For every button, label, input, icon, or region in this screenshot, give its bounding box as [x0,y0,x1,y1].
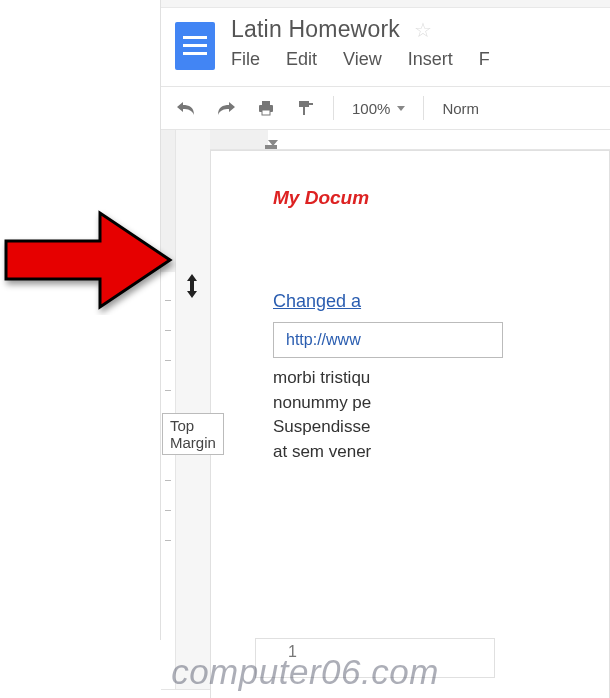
docs-logo[interactable] [171,16,219,76]
print-button[interactable] [249,93,283,123]
red-arrow-indicator [0,205,176,319]
work-area: Top Margin My Docum Changed a http://www… [161,130,610,690]
watermark: computer06.com [0,652,610,692]
redo-button[interactable] [209,93,243,123]
menu-edit[interactable]: Edit [286,49,317,70]
body-line: at sem vener [273,440,609,465]
toolbar-separator [423,96,424,120]
docs-icon [175,22,215,70]
svg-rect-3 [262,110,270,115]
canvas[interactable]: My Docum Changed a http://www morbi tris… [176,130,610,689]
undo-button[interactable] [169,93,203,123]
svg-rect-5 [309,103,313,105]
menu-insert[interactable]: Insert [408,49,453,70]
tooltip-text: Top Margin [170,417,216,451]
menu-bar: File Edit View Insert F [231,49,600,70]
url-field[interactable]: http://www [273,322,503,358]
header: Latin Homework ☆ File Edit View Insert F [161,8,610,76]
chevron-down-icon [397,106,405,111]
zoom-value: 100% [352,100,390,117]
document-title[interactable]: Latin Homework [231,16,400,43]
star-icon[interactable]: ☆ [414,18,432,42]
toolbar-separator [333,96,334,120]
menu-file[interactable]: File [231,49,260,70]
svg-rect-6 [303,107,305,115]
page-heading: Changed a [273,291,609,312]
browser-strip [161,0,610,8]
style-select[interactable]: Norm [434,96,487,121]
horizontal-ruler[interactable] [210,130,610,150]
document-page[interactable]: My Docum Changed a http://www morbi tris… [210,150,610,698]
body-line: morbi tristiqu [273,366,609,391]
body-line: Suspendisse [273,415,609,440]
resize-vertical-cursor-icon [185,274,199,302]
toolbar: 100% Norm [161,86,610,130]
style-value: Norm [442,100,479,117]
top-margin-tooltip: Top Margin [162,413,224,455]
page-title: My Docum [273,187,609,209]
menu-more[interactable]: F [479,49,490,70]
svg-rect-4 [299,101,309,107]
app-window: Latin Homework ☆ File Edit View Insert F [160,0,610,640]
paint-format-button[interactable] [289,93,323,123]
body-line: nonummy pe [273,391,609,416]
svg-marker-0 [6,213,170,307]
svg-marker-7 [187,274,197,298]
menu-view[interactable]: View [343,49,382,70]
body-text: morbi tristiqu nonummy pe Suspendisse at… [273,366,609,465]
zoom-select[interactable]: 100% [344,96,413,121]
svg-rect-2 [262,101,270,105]
